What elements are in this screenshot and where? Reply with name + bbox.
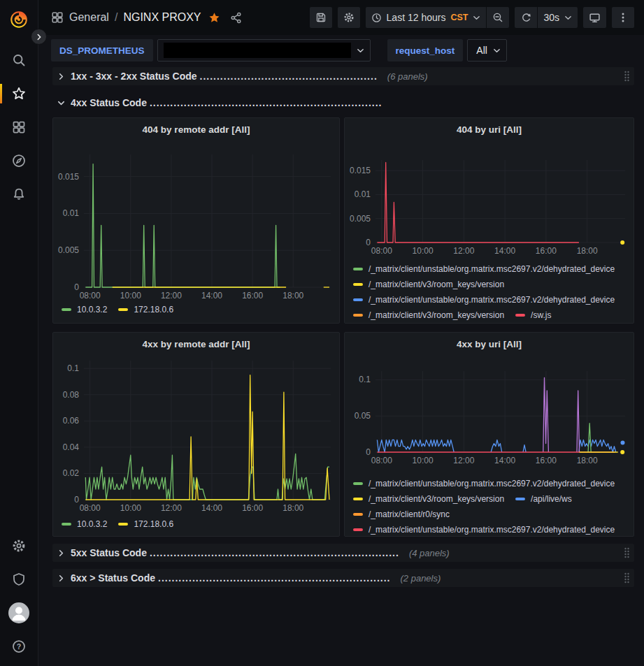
- row-header-4xx[interactable]: 4xx Status Code ........................…: [52, 94, 634, 112]
- breadcrumb-folder[interactable]: General: [69, 11, 109, 24]
- legend-swatch: [353, 482, 363, 485]
- shield-icon: [12, 572, 26, 586]
- sidebar-item-starred[interactable]: [0, 77, 38, 110]
- sidebar-item-alerting[interactable]: [0, 178, 38, 211]
- y-axis-tick-label: 0: [74, 495, 79, 505]
- dashboard-title[interactable]: NGINX PROXY: [123, 11, 201, 24]
- legend-label: 172.18.0.6: [134, 519, 173, 529]
- legend-item[interactable]: 172.18.0.6: [118, 305, 173, 314]
- y-axis-tick-label: 0: [366, 447, 371, 457]
- legend-item[interactable]: /sw.js: [515, 310, 551, 320]
- refresh-interval-label: 30s: [543, 12, 559, 23]
- row-drag-handle[interactable]: [624, 71, 630, 84]
- save-dashboard-button[interactable]: [310, 7, 332, 28]
- x-axis-tick-label: 12:00: [161, 291, 182, 301]
- variable-label-ds-prometheus[interactable]: DS_PROMETHEUS: [51, 39, 153, 61]
- refresh-button[interactable]: [515, 7, 537, 28]
- sidebar-item-profile[interactable]: [0, 596, 38, 630]
- row-panel-count: (6 panels): [387, 71, 428, 82]
- x-axis-tick-label: 08:00: [80, 291, 101, 301]
- dashboards-grid-icon: [12, 120, 26, 134]
- sidebar-item-search[interactable]: [0, 43, 38, 77]
- panel-title[interactable]: 4xx by uri [All]: [345, 333, 634, 355]
- bell-icon: [12, 187, 26, 201]
- sidebar-item-configuration[interactable]: [0, 529, 38, 563]
- more-options-button[interactable]: [612, 7, 634, 28]
- legend-label: /_matrix/client/unstable/org.matrix.msc2…: [368, 479, 615, 488]
- y-axis-tick-label: 0.005: [58, 245, 79, 255]
- series-line: [377, 162, 579, 242]
- legend-item[interactable]: /_matrix/client/r0/sync: [353, 509, 450, 519]
- sidebar-item-server-admin[interactable]: [0, 563, 38, 596]
- monitor-icon: [589, 12, 601, 24]
- legend-item[interactable]: /_matrix/client/v3/room_keys/version: [353, 494, 504, 504]
- legend-item[interactable]: 10.0.3.2: [62, 519, 107, 529]
- variable-label-request-host[interactable]: request_host: [387, 39, 464, 61]
- legend-label: /_matrix/client/unstable/org.matrix.msc2…: [368, 525, 615, 535]
- time-series-chart[interactable]: 08:0010:0012:0014:0016:0018:0000.020.040…: [53, 355, 338, 517]
- apps-grid-icon[interactable]: [51, 11, 64, 24]
- row-leader-dots: ........................................…: [200, 71, 378, 82]
- help-icon: ?: [12, 639, 26, 653]
- row-header-6xx[interactable]: 6xx > Status Code ......................…: [52, 569, 634, 587]
- legend-label: /_matrix/client/r0/sync: [368, 509, 450, 519]
- sidebar: ?: [0, 0, 38, 666]
- legend-label: 10.0.3.2: [77, 519, 107, 529]
- row-drag-handle[interactable]: [624, 572, 630, 586]
- variable-value-request-host[interactable]: All: [467, 39, 507, 61]
- y-axis-tick-label: 0.015: [58, 172, 79, 182]
- sidebar-item-help[interactable]: ?: [0, 630, 38, 663]
- variable-selected-value: All: [476, 45, 487, 56]
- row-header-1xx-3xx-2xx[interactable]: 1xx - 3xx - 2xx Status Code ............…: [52, 67, 634, 85]
- chevron-down-icon: [473, 14, 480, 22]
- time-range-picker[interactable]: Last 12 hours CST: [366, 7, 487, 28]
- dashboard-settings-button[interactable]: [338, 7, 360, 28]
- dashboard-toolbar: Last 12 hours CST: [310, 7, 634, 28]
- legend-item[interactable]: 172.18.0.6: [118, 519, 173, 529]
- legend-item[interactable]: /_matrix/client/unstable/org.matrix.msc2…: [353, 295, 615, 305]
- sidebar-item-dashboards[interactable]: [0, 110, 38, 144]
- panel-title[interactable]: 404 by uri [All]: [345, 118, 634, 140]
- legend-label: /_matrix/client/v3/room_keys/version: [368, 310, 504, 320]
- legend-label: 172.18.0.6: [134, 305, 173, 314]
- gear-icon: [12, 539, 26, 553]
- legend-item[interactable]: /_matrix/client/unstable/org.matrix.msc2…: [353, 525, 615, 535]
- sidebar-item-explore[interactable]: [0, 144, 38, 178]
- panel-legend: /_matrix/client/unstable/org.matrix.msc2…: [345, 475, 634, 536]
- legend-item[interactable]: /_matrix/client/unstable/org.matrix.msc2…: [353, 264, 615, 274]
- row-header-5xx[interactable]: 5xx Status Code ........................…: [52, 544, 634, 562]
- x-axis-tick-label: 16:00: [242, 503, 263, 513]
- grafana-logo[interactable]: [5, 6, 33, 34]
- legend-item[interactable]: /_matrix/client/unstable/org.matrix.msc2…: [353, 479, 615, 488]
- panel-title[interactable]: 404 by remote addr [All]: [53, 118, 339, 140]
- tv-mode-button[interactable]: [583, 7, 606, 28]
- zoom-out-time-button[interactable]: [487, 7, 509, 28]
- time-series-chart[interactable]: 08:0010:0012:0014:0016:0018:0000.050.1: [345, 355, 632, 472]
- series-line: [579, 440, 616, 452]
- dashboard-header: General / NGINX PROXY: [38, 0, 644, 35]
- y-axis-tick-label: 0: [74, 282, 79, 292]
- variable-value-ds-prometheus[interactable]: [157, 39, 371, 61]
- star-filled-icon[interactable]: [208, 12, 220, 24]
- time-series-chart[interactable]: 08:0010:0012:0014:0016:0018:0000.0050.01…: [345, 140, 632, 258]
- legend-item[interactable]: /_matrix/client/v3/room_keys/version: [353, 310, 504, 320]
- sidebar-expand-button[interactable]: [31, 29, 47, 45]
- refresh-interval-picker[interactable]: 30s: [538, 7, 578, 28]
- series-line: [491, 440, 502, 452]
- panel-title[interactable]: 4xx by remote addr [All]: [53, 333, 339, 355]
- chevron-right-icon: [57, 72, 66, 81]
- legend-item[interactable]: 10.0.3.2: [62, 305, 107, 314]
- legend-label: /_matrix/client/v3/room_keys/version: [368, 280, 504, 289]
- legend-swatch: [353, 283, 363, 286]
- x-axis-tick-label: 08:00: [371, 246, 392, 256]
- chevron-down-icon: [564, 14, 572, 22]
- legend-swatch: [62, 308, 71, 311]
- share-icon[interactable]: [230, 12, 242, 24]
- redacted-value: [164, 43, 351, 58]
- legend-item[interactable]: /api/live/ws: [515, 494, 572, 504]
- legend-item[interactable]: /_matrix/client/v3/room_keys/version: [353, 280, 504, 289]
- grafana-logo-icon: [8, 9, 29, 30]
- time-series-chart[interactable]: 08:0010:0012:0014:0016:0018:0000.0050.01…: [53, 140, 338, 303]
- row-drag-handle[interactable]: [624, 547, 630, 560]
- x-axis-tick-label: 12:00: [453, 456, 474, 465]
